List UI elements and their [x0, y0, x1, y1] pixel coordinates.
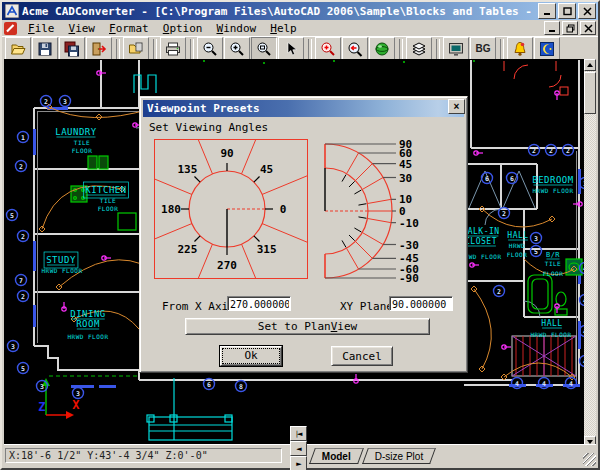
- toolbar-orbit-button[interactable]: [369, 37, 395, 60]
- child-minimize-button[interactable]: [544, 21, 560, 35]
- menu-item-format[interactable]: Format: [102, 21, 156, 36]
- scrollbar-thumb[interactable]: [584, 72, 596, 114]
- svg-text:HRWD FLOOR: HRWD FLOOR: [67, 333, 108, 340]
- menu-item-window[interactable]: Window: [210, 21, 264, 36]
- vertical-scrollbar[interactable]: [584, 59, 596, 448]
- svg-text:TILE: TILE: [545, 260, 561, 267]
- tab-model[interactable]: Model: [309, 448, 364, 464]
- toolbar-print-button[interactable]: [160, 37, 186, 60]
- svg-text:225: 225: [177, 243, 197, 256]
- tab-first-icon[interactable]: |◄: [290, 426, 307, 441]
- toolbar-zoom-previous-button[interactable]: [342, 37, 368, 60]
- xy-plane-input[interactable]: [389, 296, 453, 311]
- tab-prev-icon[interactable]: ◄: [290, 441, 307, 456]
- svg-text:B/R: B/R: [546, 251, 560, 259]
- menu-item-view[interactable]: View: [62, 21, 103, 36]
- svg-text:KITCHEN: KITCHEN: [85, 185, 126, 195]
- child-restore-button[interactable]: [562, 21, 578, 35]
- coordinate-readout: X:18'-6 1/2" Y:43'-4 3/4" Z:0'-0": [5, 448, 282, 463]
- svg-text:HALL: HALL: [507, 231, 528, 240]
- red-accents: [504, 61, 568, 95]
- resize-grip[interactable]: [583, 453, 596, 466]
- svg-text:2: 2: [502, 210, 506, 218]
- magnifier-plus-icon: [229, 41, 245, 57]
- x-axis-angle-dial[interactable]: 90450315270225180135: [154, 139, 308, 279]
- dialog-close-button[interactable]: ×: [448, 99, 465, 114]
- svg-text:4: 4: [569, 380, 573, 388]
- folder-open-icon: [10, 41, 26, 57]
- cancel-button[interactable]: Cancel: [331, 346, 393, 366]
- scroll-up-icon[interactable]: [584, 59, 596, 71]
- magnifier-red-plus-icon: [320, 41, 336, 57]
- toolbar-zoom-window-button[interactable]: [251, 37, 277, 60]
- svg-text:FLOOR: FLOOR: [507, 251, 528, 258]
- ok-button[interactable]: Ok: [220, 346, 282, 366]
- tab-d-size-plot[interactable]: D-size Plot: [362, 448, 436, 464]
- toolbar-export-button[interactable]: [86, 37, 112, 60]
- toolbar: BG: [2, 36, 598, 60]
- toolbar-zoom-extents-button[interactable]: [315, 37, 341, 60]
- toolbar-zoom-in-button[interactable]: [224, 37, 250, 60]
- from-x-axis-input[interactable]: [227, 296, 291, 311]
- svg-text:-30: -30: [399, 239, 419, 252]
- svg-text:HALL: HALL: [541, 319, 562, 328]
- svg-text:3: 3: [63, 98, 67, 106]
- toolbar-about-button[interactable]: [534, 37, 560, 60]
- close-button[interactable]: [578, 3, 596, 19]
- export-door-icon: [91, 41, 107, 57]
- svg-text:2: 2: [44, 98, 48, 106]
- toolbar-layers-button[interactable]: [406, 37, 432, 60]
- svg-text:FLOOR: FLOOR: [98, 205, 119, 212]
- toolbar-zoom-out-button[interactable]: [197, 37, 223, 60]
- toolbar-background-button[interactable]: BG: [470, 37, 496, 60]
- toolbar-separator: [436, 39, 440, 59]
- menu-item-help[interactable]: Help: [263, 21, 304, 36]
- svg-text:45: 45: [260, 163, 273, 176]
- toolbar-separator: [399, 39, 403, 59]
- toolbar-open-button[interactable]: [5, 37, 31, 60]
- title-bar: Acme CADConverter - [C:\Program Files\Au…: [2, 2, 598, 20]
- menu-item-file[interactable]: File: [21, 21, 62, 36]
- tab-next-icon[interactable]: ►: [290, 456, 307, 470]
- svg-text:FLOOR: FLOOR: [543, 270, 564, 277]
- dialog-title-bar[interactable]: Viewpoint Presets: [143, 100, 464, 117]
- set-to-plan-view-button[interactable]: Set to Plan View: [185, 318, 430, 335]
- svg-text:TILE: TILE: [74, 139, 90, 146]
- minimize-button[interactable]: [538, 3, 556, 19]
- toolbar-helper-button[interactable]: [507, 37, 533, 60]
- svg-text:HRWD: HRWD: [509, 242, 525, 249]
- svg-text:3: 3: [76, 390, 80, 398]
- from-x-axis-label: From X Axis: [162, 300, 235, 313]
- toolbar-separator: [116, 39, 120, 59]
- svg-text:-90: -90: [399, 272, 419, 285]
- svg-text:2: 2: [566, 147, 570, 155]
- toolbar-save-button[interactable]: [32, 37, 58, 60]
- svg-text:2: 2: [21, 293, 25, 301]
- toolbar-batch-convert-button[interactable]: [123, 37, 149, 60]
- printer-icon: [165, 41, 181, 57]
- folder-page-icon: [128, 41, 144, 57]
- svg-text:4: 4: [515, 380, 519, 388]
- dialog-title: Viewpoint Presets: [147, 102, 260, 115]
- svg-text:Z: Z: [38, 400, 46, 414]
- svg-text:1: 1: [21, 134, 25, 142]
- svg-text:7: 7: [19, 277, 23, 285]
- menu-item-option[interactable]: Option: [156, 21, 210, 36]
- xy-plane-angle-gauge[interactable]: 90604530100-10-30-45-60-90: [310, 133, 442, 285]
- menu-bar: FileViewFormatOptionWindowHelp: [2, 20, 598, 36]
- svg-text:30: 30: [399, 172, 412, 185]
- toolbar-pan-button[interactable]: [278, 37, 304, 60]
- maximize-button[interactable]: [558, 3, 576, 19]
- svg-text:3: 3: [40, 383, 44, 391]
- application-window: Acme CADConverter - [C:\Program Files\Au…: [0, 0, 600, 470]
- svg-text:6: 6: [485, 175, 489, 183]
- child-close-button[interactable]: [580, 21, 596, 35]
- toolbar-display-button[interactable]: [443, 37, 469, 60]
- window-title: Acme CADConverter - [C:\Program Files\Au…: [22, 5, 536, 18]
- toolbar-save-all-button[interactable]: [59, 37, 85, 60]
- floppy-multi-icon: [64, 41, 80, 57]
- svg-text:4: 4: [542, 380, 546, 388]
- svg-text:270: 270: [217, 259, 237, 272]
- svg-text:90: 90: [220, 147, 233, 160]
- bell-icon: [512, 41, 528, 57]
